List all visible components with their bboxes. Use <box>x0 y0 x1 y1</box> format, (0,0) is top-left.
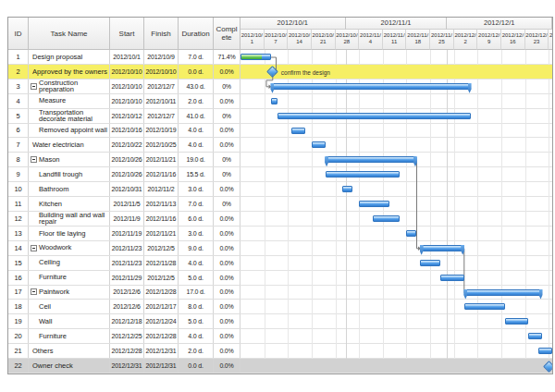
cell-task-name: Paintwork <box>29 286 110 300</box>
table-row[interactable]: 6Removed appoint wall2012/10/162012/10/1… <box>8 124 240 139</box>
task-bar[interactable] <box>420 260 440 266</box>
task-bar[interactable] <box>278 113 471 119</box>
table-row[interactable]: 12Building wall and wall repair2012/11/9… <box>8 212 240 227</box>
task-table: 1Design proposal2012/10/12012/10/97.0 d.… <box>8 50 240 374</box>
cell-complete: 0.0% <box>214 212 240 226</box>
cell-task-name: Furniture <box>29 271 110 285</box>
timeline-week-row: 2012/10/12012/10/72012/10/142012/10/2120… <box>240 30 552 50</box>
timeline-week-label: 2012/10/28 <box>336 30 360 50</box>
table-row[interactable]: 18Ceil2012/12/62012/12/178.0 d.0.0% <box>8 300 240 314</box>
task-name-label: Removed appoint wall <box>39 127 107 134</box>
summary-bar[interactable] <box>464 289 542 296</box>
cell-complete: 0.0% <box>214 286 240 300</box>
task-bar[interactable] <box>538 348 552 354</box>
task-bar[interactable] <box>271 98 278 104</box>
cell-start: 2012/10/12 <box>110 109 144 123</box>
table-row[interactable]: 9Landfill trough2012/10/262012/11/1615.5… <box>8 167 240 182</box>
cell-finish: 2012/11/21 <box>144 153 179 166</box>
table-row[interactable]: 11Kitchen2012/11/52012/11/137.0 d.0% <box>8 197 240 212</box>
table-row[interactable]: 17Paintwork2012/12/62012/12/2817.0 d.0.0… <box>8 286 240 300</box>
cell-complete: 0.0% <box>214 256 240 270</box>
cell-duration: 2.0 d. <box>179 94 214 108</box>
timeline-week-label: 2012/11/4 <box>359 30 383 50</box>
cell-task-name: Removed appoint wall <box>29 124 110 138</box>
table-row[interactable]: 19Wall2012/12/182012/12/245.0 d.0.0% <box>8 314 240 329</box>
table-row[interactable]: 16Furniture2012/11/292012/12/55.0 d.0.0% <box>8 271 240 286</box>
task-bar[interactable] <box>406 230 416 237</box>
collapse-icon[interactable] <box>31 83 37 90</box>
cell-start: 2012/10/22 <box>110 138 144 152</box>
cell-task-name: Construction preparation <box>29 80 110 93</box>
column-header-name[interactable]: Task Name <box>29 18 110 50</box>
collapse-icon[interactable] <box>31 156 37 163</box>
table-row[interactable]: 5Transportation decorate material2012/10… <box>8 109 240 124</box>
task-name-label: Mason <box>39 156 60 164</box>
summary-bar[interactable] <box>420 245 464 251</box>
timeline-week-label: 2012/12/30 <box>549 30 552 50</box>
table-row[interactable]: 1Design proposal2012/10/12012/10/97.0 d.… <box>8 50 240 65</box>
task-bar[interactable] <box>528 333 542 339</box>
table-row[interactable]: 15Ceiling2012/11/232012/11/284.0 d.0.0% <box>8 256 240 271</box>
task-name-label: Wall <box>39 318 52 325</box>
cell-id: 10 <box>8 182 29 196</box>
task-bar[interactable] <box>240 54 271 60</box>
cell-task-name: Wall <box>29 314 110 328</box>
summary-bar[interactable] <box>271 83 471 90</box>
task-bar[interactable] <box>312 141 326 148</box>
task-name-label: Bathroom <box>39 186 69 193</box>
table-row[interactable]: 14Woodwork2012/11/232012/12/59.0 d.0.0% <box>8 241 240 256</box>
task-name-label: Ceil <box>39 303 51 311</box>
task-name-label: Design proposal <box>32 54 82 61</box>
column-header-start[interactable]: Start <box>110 18 144 50</box>
connector-line <box>417 160 419 248</box>
task-bar[interactable] <box>464 303 505 310</box>
timeline-month-row: 2012/10/12012/11/12012/12/1 <box>240 18 552 30</box>
collapse-icon[interactable] <box>31 245 37 251</box>
table-row[interactable]: 13Floor tile laying2012/11/192012/11/213… <box>8 227 240 241</box>
column-header-id[interactable]: ID <box>8 18 29 50</box>
table-row[interactable]: 7Water electrician2012/10/222012/10/254.… <box>8 138 240 153</box>
column-header-complete[interactable]: Complete <box>214 18 240 50</box>
cell-id: 12 <box>8 212 29 226</box>
table-row[interactable]: 22Owner check2012/12/312012/12/310.0 d.0… <box>8 359 240 374</box>
task-name-label: Paintwork <box>39 288 69 296</box>
cell-complete: 0.0% <box>214 94 240 108</box>
task-bar[interactable] <box>505 318 529 325</box>
task-bar[interactable] <box>359 201 389 207</box>
summary-bar[interactable] <box>326 156 417 163</box>
cell-id: 5 <box>8 109 29 123</box>
cell-complete: 0% <box>214 80 240 93</box>
column-header-duration[interactable]: Duration <box>179 18 214 50</box>
task-name-label: Owner check <box>32 362 73 370</box>
cell-duration: 3.0 d. <box>179 182 214 196</box>
task-bar[interactable] <box>342 186 352 192</box>
cell-finish: 2012/11/21 <box>144 227 179 240</box>
cell-id: 1 <box>8 50 29 64</box>
cell-task-name: Ceil <box>29 300 110 313</box>
cell-task-name: Approved by the owners <box>29 65 110 79</box>
table-row[interactable]: 8Mason2012/10/262012/11/2119.0 d.0% <box>8 153 240 167</box>
task-name-label: Woodwork <box>39 244 71 251</box>
cell-id: 17 <box>8 286 29 300</box>
task-bar[interactable] <box>291 128 305 134</box>
cell-duration: 5.0 d. <box>179 314 214 328</box>
cell-finish: 2012/12/17 <box>144 300 179 313</box>
task-bar[interactable] <box>373 215 400 222</box>
task-name-label: Transportation decorate material <box>39 109 109 123</box>
cell-duration: 0.0 d. <box>179 65 214 79</box>
column-header-finish[interactable]: Finish <box>144 18 179 50</box>
collapse-icon[interactable] <box>31 288 37 295</box>
table-row[interactable]: 20Furniture2012/12/252012/12/284.0 d.0.0… <box>8 329 240 344</box>
task-bar[interactable] <box>440 275 464 281</box>
table-row[interactable]: 10Bathroom2012/10/312012/11/23.0 d.0.0% <box>8 182 240 197</box>
table-row[interactable]: 2Approved by the owners2012/10/102012/10… <box>8 65 240 80</box>
task-bar[interactable] <box>326 171 401 178</box>
table-row[interactable]: 3Construction preparation2012/10/102012/… <box>8 80 240 94</box>
cell-complete: 0.0% <box>214 329 240 343</box>
table-row[interactable]: 21Others2012/12/282012/12/312.0 d.0.0% <box>8 344 240 359</box>
cell-start: 2012/10/31 <box>110 182 144 196</box>
table-row[interactable]: 4Measure2012/10/102012/10/112.0 d.0.0% <box>8 94 240 109</box>
task-name-label: Ceiling <box>39 259 60 266</box>
cell-id: 11 <box>8 197 29 211</box>
connector-line <box>464 249 466 293</box>
